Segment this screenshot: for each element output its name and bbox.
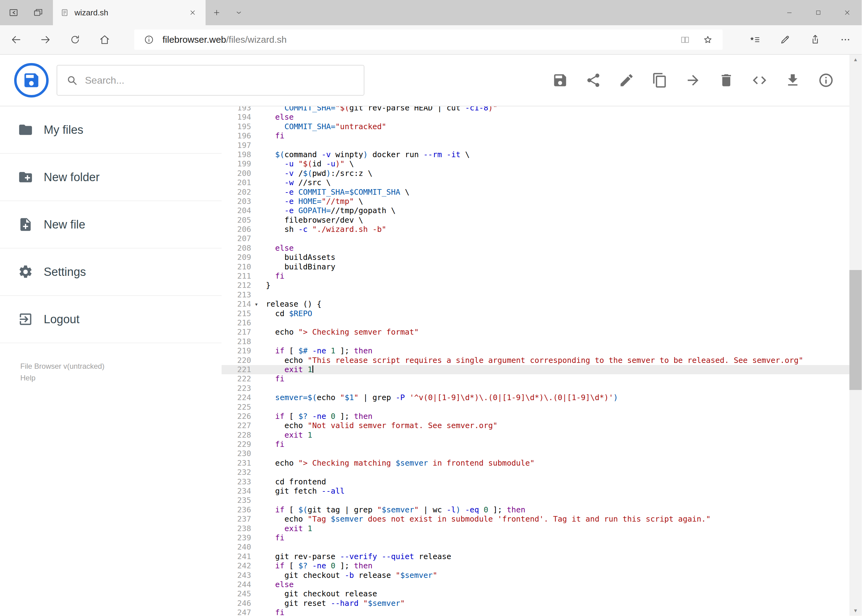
window-close-button[interactable] — [833, 0, 862, 25]
code-line[interactable]: 244 else — [222, 580, 849, 589]
code-line[interactable]: 215 cd $REPO — [222, 309, 849, 318]
raw-button[interactable] — [747, 68, 772, 93]
code-line[interactable]: 235 — [222, 496, 849, 505]
sidebar-item-settings[interactable]: Settings — [0, 248, 222, 296]
code-line[interactable]: 206 sh -c "./wizard.sh -b" — [222, 225, 849, 234]
code-line[interactable]: 209 buildAssets — [222, 253, 849, 262]
address-bar[interactable]: filebrowser.web/files/wizard.sh — [134, 30, 723, 50]
save-button[interactable] — [548, 68, 572, 93]
scroll-down-icon[interactable]: ▼ — [849, 606, 862, 616]
code-line[interactable]: 201 -w //src \ — [222, 178, 849, 187]
code-line[interactable]: 202 -e COMMIT_SHA=$COMMIT_SHA \ — [222, 188, 849, 197]
refresh-button[interactable] — [60, 26, 90, 53]
code-line[interactable]: 224 semver=$(echo "$1" | grep -P '^v(0|[… — [222, 393, 849, 402]
code-line[interactable]: 199 -u "$(id -u)" \ — [222, 159, 849, 168]
code-line[interactable]: 229 fi — [222, 440, 849, 449]
fold-marker-icon[interactable]: ▾ — [252, 300, 260, 309]
app-logo[interactable] — [14, 63, 49, 97]
code-line[interactable]: 205 filebrowser/dev \ — [222, 215, 849, 225]
code-line[interactable]: 222 fi — [222, 374, 849, 383]
code-line[interactable]: 213 — [222, 290, 849, 300]
code-line[interactable]: 196 fi — [222, 131, 849, 141]
browser-tab[interactable]: wizard.sh — [53, 0, 206, 25]
share-button[interactable] — [581, 68, 606, 93]
set-tabs-aside-button[interactable] — [1, 0, 26, 25]
code-line[interactable]: 221 exit 1 — [222, 365, 849, 374]
code-line[interactable]: 193 COMMIT_SHA="$(git rev-parse HEAD | c… — [222, 107, 849, 113]
code-line[interactable]: 210 buildBinary — [222, 262, 849, 272]
code-line[interactable]: 245 git checkout release — [222, 589, 849, 599]
code-line[interactable]: 211 fi — [222, 272, 849, 281]
code-line[interactable]: 238 exit 1 — [222, 524, 849, 533]
code-line[interactable]: 240 — [222, 542, 849, 552]
help-link[interactable]: Help — [20, 372, 222, 384]
share-button[interactable] — [800, 26, 830, 53]
reading-view-icon[interactable] — [676, 30, 694, 49]
home-button[interactable] — [90, 26, 120, 53]
code-line[interactable]: 198 $(command -v winpty) docker run --rm… — [222, 150, 849, 159]
code-line[interactable]: 208 else — [222, 244, 849, 253]
sidebar-item-new-file[interactable]: New file — [0, 201, 222, 248]
code-line[interactable]: 214▾release () { — [222, 300, 849, 309]
code-line[interactable]: 226 if [ $? -ne 0 ]; then — [222, 412, 849, 421]
code-line[interactable]: 247 fi — [222, 608, 849, 616]
code-line[interactable]: 204 -e GOPATH=//tmp/gopath \ — [222, 206, 849, 215]
hub-button[interactable] — [740, 26, 770, 53]
code-line[interactable]: 225 — [222, 402, 849, 412]
scrollbar[interactable]: ▲ ▼ — [849, 55, 862, 616]
code-line[interactable]: 227 echo "Not valid semver format. See s… — [222, 421, 849, 430]
code-line[interactable]: 237 echo "Tag $semver does not exist in … — [222, 514, 849, 524]
tab-preview-toggle[interactable] — [228, 0, 250, 25]
new-tab-button[interactable] — [206, 0, 228, 25]
code-line[interactable]: 217 echo "> Checking semver format" — [222, 327, 849, 337]
code-line[interactable]: 231 echo "> Checking matching $semver in… — [222, 459, 849, 468]
code-line[interactable]: 212} — [222, 281, 849, 290]
scrollbar-thumb[interactable] — [849, 270, 862, 390]
code-line[interactable]: 236 if [ $(git tag | grep "$semver" | wc… — [222, 505, 849, 514]
tabs-set-aside-button[interactable] — [26, 0, 50, 25]
minimize-button[interactable] — [775, 0, 804, 25]
sidebar-item-my-files[interactable]: My files — [0, 107, 222, 154]
maximize-button[interactable] — [804, 0, 833, 25]
scroll-up-icon[interactable]: ▲ — [849, 55, 862, 64]
site-info-icon[interactable] — [140, 30, 158, 49]
code-line[interactable]: 246 git reset --hard "$semver" — [222, 599, 849, 608]
move-button[interactable] — [681, 68, 705, 93]
code-editor[interactable]: 193 COMMIT_SHA="$(git rev-parse HEAD | c… — [222, 107, 849, 616]
code-line[interactable]: 223 — [222, 384, 849, 393]
code-line[interactable]: 203 -e HOME="//tmp" \ — [222, 197, 849, 206]
more-menu-button[interactable] — [830, 26, 860, 53]
code-line[interactable]: 234 git fetch --all — [222, 487, 849, 496]
code-line[interactable]: 233 cd frontend — [222, 477, 849, 487]
download-button[interactable] — [780, 68, 805, 93]
edit-button[interactable] — [614, 68, 639, 93]
code-line[interactable]: 200 -v /$(pwd):/src:z \ — [222, 169, 849, 178]
code-line[interactable]: 194 else — [222, 113, 849, 122]
search-box[interactable] — [57, 65, 364, 96]
delete-button[interactable] — [714, 68, 739, 93]
code-line[interactable]: 242 if [ $? -ne 0 ]; then — [222, 561, 849, 570]
back-button[interactable] — [1, 26, 31, 53]
copy-button[interactable] — [648, 68, 672, 93]
code-line[interactable]: 232 — [222, 468, 849, 477]
info-button[interactable] — [814, 68, 838, 93]
code-line[interactable]: 220 echo "This release script requires a… — [222, 356, 849, 365]
sidebar-item-new-folder[interactable]: New folder — [0, 154, 222, 201]
code-line[interactable]: 218 — [222, 337, 849, 346]
code-line[interactable]: 228 exit 1 — [222, 431, 849, 440]
favorite-star-icon[interactable] — [698, 30, 717, 49]
search-input[interactable] — [85, 75, 355, 86]
code-line[interactable]: 195 COMMIT_SHA="untracked" — [222, 122, 849, 131]
code-line[interactable]: 197 — [222, 141, 849, 150]
web-note-pen-button[interactable] — [770, 26, 800, 53]
code-line[interactable]: 230 — [222, 449, 849, 458]
tab-close-icon[interactable] — [183, 0, 202, 25]
code-line[interactable]: 216 — [222, 318, 849, 327]
code-line[interactable]: 243 git checkout -b release "$semver" — [222, 571, 849, 580]
forward-button[interactable] — [31, 26, 60, 53]
code-line[interactable]: 239 fi — [222, 533, 849, 542]
sidebar-item-logout[interactable]: Logout — [0, 296, 222, 343]
code-line[interactable]: 241 git rev-parse --verify --quiet relea… — [222, 552, 849, 561]
code-line[interactable]: 207 — [222, 234, 849, 243]
code-line[interactable]: 219 if [ $# -ne 1 ]; then — [222, 346, 849, 355]
